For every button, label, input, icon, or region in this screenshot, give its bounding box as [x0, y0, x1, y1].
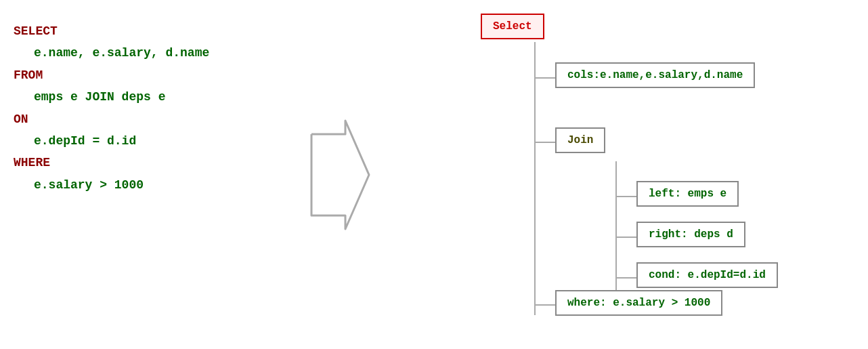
cols-node-box: cols:e.name,e.salary,d.name: [555, 62, 755, 88]
right-child-node: right: deps d: [636, 222, 745, 247]
tree-lines: [406, 7, 785, 339]
sql-from-tables: emps e JOIN deps e: [34, 86, 271, 108]
right-child-box: right: deps d: [636, 222, 745, 247]
sql-columns: e.name, e.salary, d.name: [34, 42, 271, 64]
cond-node-box: cond: e.depId=d.id: [636, 262, 778, 288]
where-node-box: where: e.salary > 1000: [555, 290, 722, 316]
sql-where-kw: WHERE: [14, 152, 271, 173]
left-child-box: left: emps e: [636, 181, 739, 207]
root-select-node: Select: [481, 14, 544, 39]
cols-node: cols:e.name,e.salary,d.name: [555, 62, 755, 88]
where-node: where: e.salary > 1000: [555, 290, 722, 316]
sql-where-condition: e.salary > 1000: [34, 174, 271, 196]
where-keyword: WHERE: [14, 156, 50, 169]
sql-from-kw: FROM: [14, 64, 271, 86]
sql-select-kw: SELECT: [14, 20, 271, 42]
join-node: Join: [555, 127, 605, 153]
cond-node: cond: e.depId=d.id: [636, 262, 778, 288]
sql-panel: SELECT e.name, e.salary, d.name FROM emp…: [0, 0, 284, 216]
tree-panel: Select cols:e.name,e.salary,d.name Join …: [393, 0, 868, 346]
arrow-area: [284, 0, 393, 349]
sql-on-condition: e.depId = d.id: [34, 130, 271, 152]
from-keyword: FROM: [14, 68, 43, 82]
select-keyword: SELECT: [14, 24, 58, 38]
sql-on-kw: ON: [14, 108, 271, 130]
join-node-box: Join: [555, 127, 605, 153]
on-keyword: ON: [14, 112, 28, 126]
left-child-node: left: emps e: [636, 181, 739, 207]
transform-arrow: [305, 107, 372, 243]
tree-wrapper: Select cols:e.name,e.salary,d.name Join …: [406, 7, 785, 339]
select-node-box: Select: [481, 14, 544, 39]
